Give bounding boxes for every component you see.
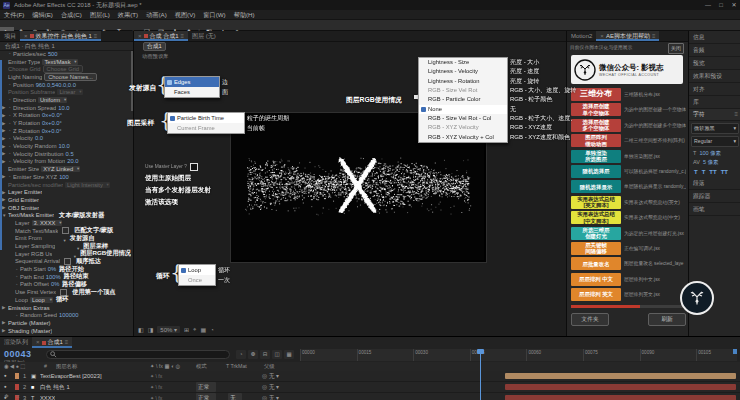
effect-property-row[interactable]: ▶ ◔ Velocity Random 10.0: [0, 142, 131, 150]
time-ruler[interactable]: 0000000015000300004500060000750009000105: [300, 349, 737, 361]
effect-property-row[interactable]: ▶ ◔ Velocity Distribution 0.5: [0, 150, 131, 158]
dock-tab[interactable]: 音频: [689, 44, 740, 57]
property-value[interactable]: 0x+0.0°: [42, 128, 62, 134]
property-value[interactable]: 0.0: [35, 135, 43, 141]
popup-option[interactable]: RGB - XYZ Velocity: [419, 123, 507, 132]
eye-icon[interactable]: ●: [4, 371, 7, 381]
layer-duration-bar[interactable]: [505, 384, 736, 390]
layer-name[interactable]: TextEvaporBest [20023]: [40, 371, 102, 381]
property-value[interactable]: 0%: [48, 266, 56, 272]
tab-layer[interactable]: 图层 (无): [188, 31, 220, 41]
panel-menu-icon[interactable]: ≡: [94, 31, 98, 41]
comp-switch-icon[interactable]: ◔: [236, 350, 246, 359]
script-button[interactable]: 单独渲染 所选图层: [571, 150, 621, 163]
magnify-icon[interactable]: ◧: [138, 326, 144, 333]
property-value[interactable]: 0x+0.0°: [42, 120, 62, 126]
script-button[interactable]: 实用表达式总结 [英文脚本]: [571, 196, 621, 209]
menu-item[interactable]: 动画(A): [142, 10, 171, 19]
effect-property-row[interactable]: Light Naming Choose Names...: [0, 73, 131, 81]
script-button[interactable]: 实用表达式总结 [中文脚本]: [571, 211, 621, 224]
script-button[interactable]: 随机选择层: [571, 165, 621, 178]
popup-option[interactable]: Loop: [179, 265, 215, 275]
refresh-button[interactable]: 刷新: [648, 313, 686, 326]
property-value[interactable]: 10.0: [58, 105, 69, 111]
work-area-end-marker[interactable]: [733, 349, 737, 354]
popup-option[interactable]: Lightness - Velocity: [419, 67, 507, 76]
timeline-search-input[interactable]: [46, 350, 230, 359]
layer-switches[interactable]: ✦ \ fx: [150, 393, 162, 400]
layer-row[interactable]: ● 3 T XXXX ✦ \ fx 正常 无 ◎ 无 ▾: [0, 393, 740, 400]
layer-row[interactable]: ● 2 ■ 白色 纯色 1 ✦ \ fx 正常 ◎ 无 ▾: [0, 382, 740, 393]
menu-item[interactable]: 视图(V): [171, 10, 200, 19]
script-button[interactable]: 选择层创建 多个空物体: [571, 119, 621, 132]
trkmat-dropdown[interactable]: 无: [228, 393, 242, 400]
font-size-row[interactable]: T 100 像素: [689, 149, 740, 158]
menu-item[interactable]: 编辑(E): [28, 10, 57, 19]
property-checkbox[interactable]: [62, 227, 69, 234]
mask-visibility-icon[interactable]: ◨: [148, 326, 154, 333]
parent-dropdown[interactable]: ◎ 无 ▾: [262, 382, 279, 392]
property-value[interactable]: Linear: [57, 89, 82, 95]
effect-property-row[interactable]: ▶ Particle (Master): [0, 319, 131, 327]
eye-icon[interactable]: ●: [4, 382, 7, 392]
effect-property-row[interactable]: ◔ Particles/sec 500: [0, 50, 131, 58]
type-toggle[interactable]: TT: [709, 167, 716, 177]
type-toggle[interactable]: T: [702, 167, 706, 177]
close-tab-icon[interactable]: ×: [36, 337, 40, 348]
dock-tab[interactable]: 信息: [689, 31, 740, 44]
dock-tab[interactable]: 库: [689, 96, 740, 109]
popup-option[interactable]: Faces: [165, 87, 219, 97]
character-panel-header[interactable]: 字符 ≡: [689, 109, 740, 121]
dock-tab[interactable]: 效果和预设: [689, 70, 740, 83]
property-value[interactable]: 0%: [51, 281, 59, 287]
effect-property-row[interactable]: ▶ ◔ Velocity from Motion 20.0: [0, 158, 131, 166]
parent-dropdown[interactable]: ◎ 无 ▾: [262, 371, 279, 381]
timeline-footer-icons[interactable]: ❖ ⌗: [4, 393, 23, 400]
blend-mode-dropdown[interactable]: 正常: [196, 382, 216, 392]
close-button[interactable]: ✕: [728, 0, 740, 10]
effect-property-row[interactable]: ◔ Direction Uniform: [0, 96, 131, 104]
effect-property-row[interactable]: Layer RGB Usage 图层RGB使用情况: [0, 250, 131, 258]
channels-icon[interactable]: ▦: [200, 326, 206, 333]
checkbox[interactable]: [190, 163, 198, 171]
layer-switches[interactable]: ✦ \ fx: [150, 371, 162, 381]
panel-menu-icon[interactable]: ≡: [734, 109, 738, 120]
dock-tab[interactable]: 画笔: [689, 203, 740, 216]
effect-property-row[interactable]: ▶ ◔ Direction Spread 10.0: [0, 104, 131, 112]
effect-property-row[interactable]: Choose Grid Choose Grid: [0, 65, 131, 73]
effect-property-row[interactable]: Position Subframe Linear: [0, 88, 131, 96]
comp-switch-icon[interactable]: ▦: [284, 350, 294, 359]
font-family-dropdown[interactable]: 微软雅黑▾: [691, 123, 739, 134]
effect-property-row[interactable]: ◔ Position 960.0,540.0,0.0: [0, 81, 131, 89]
popup-option[interactable]: None: [419, 105, 507, 114]
comp-switch-icon[interactable]: ⊟: [260, 350, 270, 359]
popup-option[interactable]: RGB - Particle Color: [419, 95, 507, 104]
popup-option[interactable]: Particle Birth Time: [168, 113, 244, 123]
exposure-icon[interactable]: ◔: [210, 327, 214, 333]
property-value[interactable]: Choose Names...: [44, 73, 97, 81]
layer-duration-bar[interactable]: [505, 373, 736, 379]
property-value[interactable]: 500: [48, 51, 58, 57]
effect-property-row[interactable]: ▶ Emission Extras: [0, 304, 131, 312]
property-value[interactable]: Light Intensity: [65, 182, 110, 188]
type-toggle[interactable]: TT: [721, 167, 728, 177]
script-button[interactable]: 随机选择显示: [571, 180, 621, 193]
property-value[interactable]: 20.0: [67, 158, 78, 164]
effect-property-row[interactable]: Emitter Size XYZ Linked: [0, 165, 131, 173]
playhead-handle[interactable]: [477, 349, 484, 354]
effect-property-row[interactable]: ▶ Shading (Master): [0, 327, 131, 335]
menu-item[interactable]: 图层(L): [86, 10, 114, 19]
popup-option[interactable]: Lightness - Rotation: [419, 77, 507, 86]
layer-name[interactable]: XXXX: [40, 393, 55, 400]
effect-property-row[interactable]: ▶ ◔ Emitter Size XYZ 100: [0, 173, 131, 181]
close-tab-icon[interactable]: ×: [600, 31, 604, 41]
layer-switches[interactable]: ✦ \ fx: [150, 382, 162, 392]
menu-item[interactable]: 文件(F): [0, 10, 28, 19]
tab-composition[interactable]: × 合成 合成1 ≡: [134, 31, 188, 41]
maximize-button[interactable]: □: [715, 0, 727, 10]
popup-option[interactable]: RGB - Size Vel Rot - Col: [419, 114, 507, 123]
script-button[interactable]: 选择层创建 单个空物体: [571, 103, 621, 116]
effect-property-row[interactable]: ▶ ◔ Z Rotation 0x+0.0°: [0, 127, 131, 135]
property-value[interactable]: 10.0: [59, 143, 70, 149]
layer-color-chip[interactable]: [15, 384, 19, 390]
